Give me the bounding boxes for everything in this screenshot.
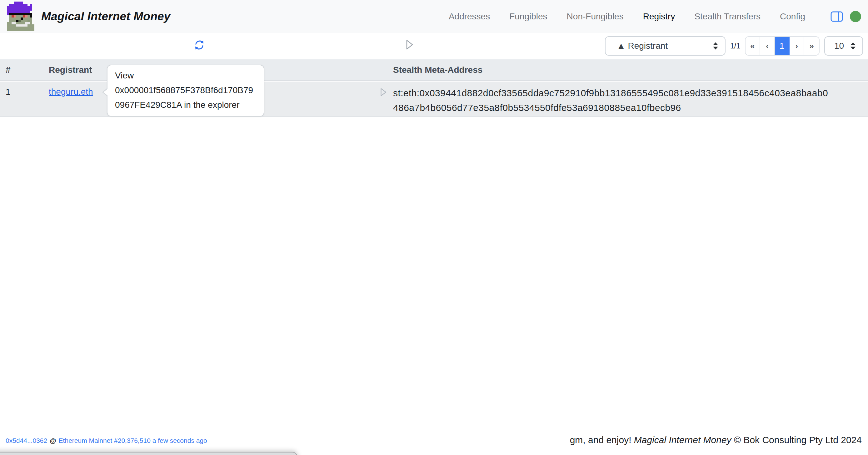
stealth-meta-address: st:eth:0x039441d882d0cf33565dda9c752910f… — [393, 86, 833, 115]
nav-item-non-fungibles[interactable]: Non-Fungibles — [557, 11, 633, 22]
nav-item-config[interactable]: Config — [770, 11, 815, 22]
pagination-last-button[interactable]: » — [804, 37, 819, 55]
wallet-address-link[interactable]: 0x5d44...0362 — [6, 437, 47, 444]
column-header-index: # — [0, 65, 44, 75]
explorer-tooltip-text: View 0x000001f568875F378Bf6d170B790967FE… — [115, 68, 256, 112]
brand-logo-pixel-avatar-icon — [7, 2, 34, 31]
select-stepper-icon — [713, 42, 718, 50]
refresh-button[interactable] — [194, 39, 205, 52]
at-separator: @ — [50, 437, 56, 444]
footer-brand-name: Magical Internet Money — [634, 435, 732, 445]
pagination-first-button[interactable]: « — [746, 37, 760, 55]
nav-item-stealth-transfers[interactable]: Stealth Transfers — [685, 11, 770, 22]
brand[interactable]: Magical Internet Money — [7, 2, 170, 31]
sort-select-value: ▲ Registrant — [617, 41, 668, 51]
footer-copyright-text: © Bok Consulting Pty Ltd 2024 — [732, 435, 862, 445]
sort-select[interactable]: ▲ Registrant — [605, 36, 725, 56]
select-stepper-icon — [850, 42, 856, 50]
connection-status-icon — [850, 11, 861, 22]
app-title: Magical Internet Money — [41, 10, 170, 23]
expand-all-button[interactable] — [406, 39, 414, 51]
column-header-stealth-meta-address: Stealth Meta-Address — [372, 65, 868, 75]
footer-copyright: gm, and enjoy! Magical Internet Money © … — [570, 435, 862, 445]
network-block-link[interactable]: Ethereum Mainnet #20,376,510 a few secon… — [59, 437, 207, 444]
app-window: Magical Internet Money Addresses Fungibl… — [0, 0, 868, 455]
nav-item-addresses[interactable]: Addresses — [439, 11, 500, 22]
bottom-overlay-panel-edge — [0, 452, 298, 455]
navbar-icons — [831, 11, 861, 22]
row-expand-triangle-icon[interactable] — [380, 88, 387, 97]
sidebar-toggle-icon[interactable] — [831, 11, 843, 22]
toolbar-right-controls: ▲ Registrant 1/1 « ‹ 1 › » 10 — [605, 36, 863, 56]
pagination-page-1-button[interactable]: 1 — [775, 37, 789, 55]
refresh-icon — [194, 39, 205, 51]
page-size-value: 10 — [834, 41, 844, 51]
footer-status: 0x5d44...0362 @ Ethereum Mainnet #20,376… — [6, 437, 207, 444]
pagination-next-button[interactable]: › — [789, 37, 804, 55]
nav-item-registry[interactable]: Registry — [633, 11, 685, 22]
page-indicator: 1/1 — [730, 42, 740, 50]
pagination-prev-button[interactable]: ‹ — [760, 37, 775, 55]
explorer-tooltip: View 0x000001f568875F378Bf6d170B790967FE… — [107, 65, 264, 117]
navbar: Magical Internet Money Addresses Fungibl… — [0, 0, 868, 33]
page-size-select[interactable]: 10 — [824, 36, 863, 56]
pagination: « ‹ 1 › » — [745, 36, 819, 56]
row-index: 1 — [0, 86, 44, 98]
main-nav: Addresses Fungibles Non-Fungibles Regist… — [439, 11, 815, 22]
footer-greeting: gm, and enjoy! — [570, 435, 634, 445]
play-triangle-icon — [406, 39, 414, 50]
nav-item-fungibles[interactable]: Fungibles — [500, 11, 557, 22]
registrant-link[interactable]: theguru.eth — [49, 87, 93, 97]
